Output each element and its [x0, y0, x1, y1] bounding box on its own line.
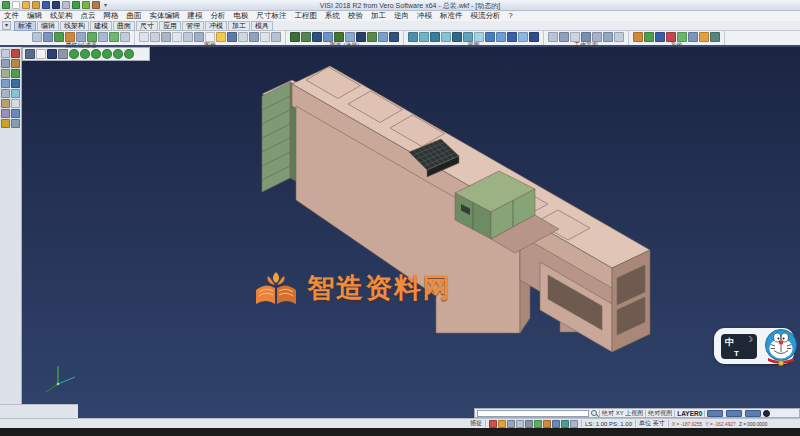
- ribbon-icon[interactable]: [271, 32, 281, 42]
- menu-item[interactable]: 工程图: [291, 11, 322, 21]
- selection-tool-icon[interactable]: [102, 49, 112, 59]
- units-label[interactable]: 单位 英寸: [639, 419, 665, 428]
- toolbar-tab[interactable]: 曲面: [113, 21, 135, 31]
- undo-icon[interactable]: [72, 1, 80, 9]
- ribbon-icon[interactable]: [54, 32, 64, 42]
- ribbon-icon[interactable]: [485, 32, 495, 42]
- ribbon-icon[interactable]: [194, 32, 204, 42]
- ribbon-icon[interactable]: [150, 32, 160, 42]
- ribbon-icon[interactable]: [581, 32, 591, 42]
- ribbon-icon[interactable]: [592, 32, 602, 42]
- ribbon-icon[interactable]: [655, 32, 665, 42]
- ribbon-icon[interactable]: [452, 32, 462, 42]
- palette-tool-icon[interactable]: [11, 109, 20, 118]
- ribbon-icon[interactable]: [109, 32, 119, 42]
- toolbar-tab[interactable]: 应用: [159, 21, 181, 31]
- 3d-viewport[interactable]: [0, 47, 800, 418]
- layer-indicator[interactable]: LAYER0: [677, 410, 702, 417]
- ribbon-icon[interactable]: [529, 32, 539, 42]
- ribbon-icon[interactable]: [463, 32, 473, 42]
- toolbar-tab[interactable]: 加工: [228, 21, 250, 31]
- menu-item[interactable]: 实体编辑: [146, 11, 184, 21]
- ribbon-icon[interactable]: [633, 32, 643, 42]
- app-logo-icon[interactable]: [2, 1, 10, 9]
- snap-tool-icon[interactable]: [570, 420, 578, 428]
- menu-item[interactable]: 模流分析: [467, 11, 505, 21]
- menu-item[interactable]: 曲面: [123, 11, 146, 21]
- palette-tool-icon[interactable]: [1, 99, 10, 108]
- toolbar-tab[interactable]: 编辑: [37, 21, 59, 31]
- snap-tool-icon[interactable]: [525, 420, 533, 428]
- ribbon-icon[interactable]: [688, 32, 698, 42]
- menu-item[interactable]: 校验: [344, 11, 367, 21]
- ribbon-icon[interactable]: [290, 32, 300, 42]
- ribbon-icon[interactable]: [570, 32, 580, 42]
- selection-tool-icon[interactable]: [47, 49, 57, 59]
- command-input[interactable]: [477, 410, 589, 417]
- ribbon-icon[interactable]: [312, 32, 322, 42]
- new-file-icon[interactable]: [12, 1, 20, 9]
- ribbon-icon[interactable]: [507, 32, 517, 42]
- status-segment[interactable]: [726, 410, 742, 417]
- quick-access-dropdown[interactable]: ▾: [104, 0, 107, 11]
- ribbon-icon[interactable]: [32, 32, 42, 42]
- snap-tool-icon[interactable]: [534, 420, 542, 428]
- selection-tool-icon[interactable]: [36, 49, 46, 59]
- toolbar-tab[interactable]: 线架构: [60, 21, 89, 31]
- status-segment[interactable]: [707, 410, 723, 417]
- ribbon-icon[interactable]: [161, 32, 171, 42]
- ribbon-icon[interactable]: [710, 32, 720, 42]
- ribbon-icon[interactable]: [334, 32, 344, 42]
- snap-tool-icon[interactable]: [561, 420, 569, 428]
- ribbon-icon[interactable]: [367, 32, 377, 42]
- status-segment[interactable]: [745, 410, 761, 417]
- selection-tool-icon[interactable]: [124, 49, 134, 59]
- selection-tool-icon[interactable]: [91, 49, 101, 59]
- ribbon-icon[interactable]: [238, 32, 248, 42]
- ribbon-icon[interactable]: [356, 32, 366, 42]
- snap-tool-icon[interactable]: [543, 420, 551, 428]
- ribbon-icon[interactable]: [76, 32, 86, 42]
- ribbon-icon[interactable]: [677, 32, 687, 42]
- ribbon-icon[interactable]: [699, 32, 709, 42]
- ribbon-icon[interactable]: [301, 32, 311, 42]
- palette-tool-icon[interactable]: [11, 49, 20, 58]
- open-file-icon[interactable]: [22, 1, 30, 9]
- status-circle-icon[interactable]: [763, 410, 770, 417]
- snap-tool-icon[interactable]: [498, 420, 506, 428]
- palette-tool-icon[interactable]: [11, 69, 20, 78]
- toolbar-tab[interactable]: 冲模: [205, 21, 227, 31]
- snap-tool-icon[interactable]: [489, 420, 497, 428]
- toolbar-tab[interactable]: 尺寸: [136, 21, 158, 31]
- menu-item[interactable]: 电极: [230, 11, 253, 21]
- ribbon-icon[interactable]: [249, 32, 259, 42]
- palette-tool-icon[interactable]: [11, 89, 20, 98]
- ribbon-icon[interactable]: [496, 32, 506, 42]
- ribbon-icon[interactable]: [474, 32, 484, 42]
- ribbon-icon[interactable]: [378, 32, 388, 42]
- palette-tool-icon[interactable]: [1, 59, 10, 68]
- palette-tool-icon[interactable]: [11, 59, 20, 68]
- capture-icon[interactable]: [92, 1, 100, 9]
- tab-dropdown-icon[interactable]: ▾: [2, 21, 11, 30]
- save-icon[interactable]: [42, 1, 50, 9]
- ribbon-icon[interactable]: [441, 32, 451, 42]
- selection-tool-icon[interactable]: [80, 49, 90, 59]
- print-icon[interactable]: [62, 1, 70, 9]
- ribbon-icon[interactable]: [559, 32, 569, 42]
- menu-item[interactable]: 加工: [367, 11, 390, 21]
- ribbon-icon[interactable]: [120, 32, 130, 42]
- import-icon[interactable]: [32, 1, 40, 9]
- palette-tool-icon[interactable]: [11, 79, 20, 88]
- palette-tool-icon[interactable]: [11, 119, 20, 128]
- palette-tool-icon[interactable]: [1, 79, 10, 88]
- palette-tool-icon[interactable]: [1, 89, 10, 98]
- menu-item[interactable]: 逆向: [390, 11, 413, 21]
- ribbon-icon[interactable]: [205, 32, 215, 42]
- menu-item[interactable]: 尺寸标注: [253, 11, 291, 21]
- toolbar-tab[interactable]: 标准: [14, 21, 36, 31]
- ribbon-icon[interactable]: [172, 32, 182, 42]
- selection-tool-icon[interactable]: [25, 49, 35, 59]
- ribbon-icon[interactable]: [548, 32, 558, 42]
- menu-item[interactable]: 建模: [184, 11, 207, 21]
